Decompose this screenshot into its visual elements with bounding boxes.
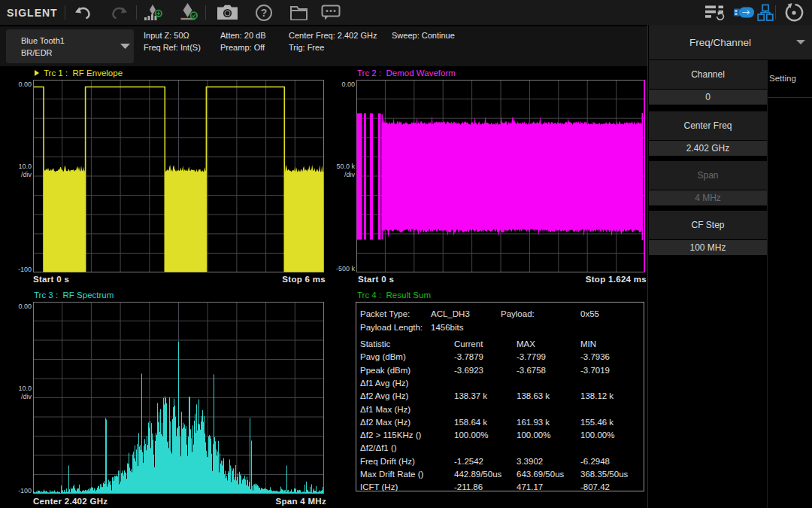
svg-text:?: ? — [261, 7, 268, 19]
